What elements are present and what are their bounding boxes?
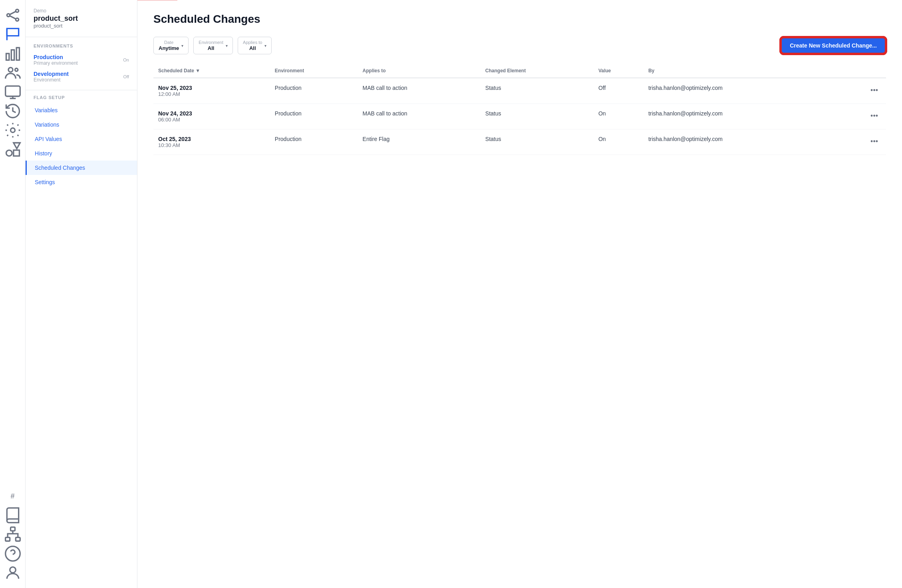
page-title: Scheduled Changes	[153, 13, 886, 26]
nav-icon-history[interactable]	[4, 102, 22, 120]
applies-to-filter[interactable]: Applies to All ▾	[238, 37, 272, 54]
svg-line-3	[10, 12, 16, 14]
date-filter[interactable]: Date Anytime ▾	[153, 37, 189, 54]
svg-rect-19	[5, 537, 10, 541]
cell-environment-2: Production	[270, 129, 358, 155]
svg-line-4	[10, 16, 16, 19]
nav-icon-monitor[interactable]	[4, 83, 22, 101]
flag-setup-label: Flag Setup	[26, 95, 137, 103]
svg-rect-18	[10, 527, 15, 531]
cell-by-2: trisha.hanlon@optimizely.com	[644, 129, 833, 155]
cell-value-0: Off	[594, 78, 644, 104]
cell-date-1: Nov 24, 2023 06:00 AM	[153, 104, 270, 129]
cell-date-2: Oct 25, 2023 10:30 AM	[153, 129, 270, 155]
svg-marker-16	[13, 143, 20, 149]
svg-rect-11	[5, 86, 20, 96]
nav-icon-book[interactable]	[4, 507, 22, 524]
date-filter-label: Date	[159, 40, 179, 45]
row-actions-button-1[interactable]: •••	[867, 110, 881, 122]
sidebar-env-development[interactable]: Development Environment Off	[26, 68, 137, 85]
nav-icon-shapes[interactable]	[4, 141, 22, 158]
cell-changed-element-0: Status	[481, 78, 594, 104]
nav-icon-hash[interactable]: #	[4, 487, 22, 505]
environment-filter-label: Environment	[199, 40, 223, 45]
env-development-name: Development	[34, 71, 69, 77]
applies-to-filter-label: Applies to	[243, 40, 262, 45]
sidebar-item-variables[interactable]: Variables	[26, 103, 137, 117]
sidebar-item-history[interactable]: History	[26, 146, 137, 161]
sidebar-item-scheduled-changes[interactable]: Scheduled Changes	[26, 161, 137, 175]
env-production-name: Production	[34, 54, 78, 60]
cell-by-1: trisha.hanlon@optimizely.com	[644, 104, 833, 129]
create-scheduled-change-button[interactable]: Create New Scheduled Change...	[781, 37, 886, 54]
nav-icon-chart[interactable]	[4, 45, 22, 62]
env-production-badge: On	[123, 58, 129, 62]
nav-icon-org[interactable]	[4, 526, 22, 543]
main-content: Scheduled Changes Date Anytime ▾ Environ…	[137, 0, 902, 588]
sidebar: Demo product_sort product_sort Environme…	[26, 0, 137, 588]
svg-rect-20	[16, 537, 20, 541]
applies-to-chevron-icon: ▾	[264, 44, 266, 48]
nav-icon-graph[interactable]	[4, 6, 22, 24]
sidebar-env-production[interactable]: Production Primary environment On	[26, 52, 137, 68]
env-development-badge: Off	[123, 74, 129, 79]
svg-point-14	[10, 128, 15, 133]
col-value: Value	[594, 64, 644, 78]
svg-point-2	[16, 18, 18, 21]
cell-actions-0: •••	[833, 78, 886, 104]
date-filter-value: Anytime	[159, 45, 179, 51]
filter-bar: Date Anytime ▾ Environment All ▾ Applies…	[153, 37, 886, 54]
nav-icon-help[interactable]	[4, 545, 22, 562]
cell-by-0: trisha.hanlon@optimizely.com	[644, 78, 833, 104]
cell-applies-to-2: Entire Flag	[358, 129, 481, 155]
col-scheduled-date[interactable]: Scheduled Date ▼	[153, 64, 270, 78]
project-info: Demo product_sort product_sort	[26, 8, 137, 37]
cell-value-2: On	[594, 129, 644, 155]
svg-point-0	[7, 14, 10, 16]
svg-point-21	[5, 546, 20, 561]
cell-changed-element-1: Status	[481, 104, 594, 129]
project-sub: product_sort	[34, 23, 129, 29]
col-changed-element: Changed Element	[481, 64, 594, 78]
date-chevron-icon: ▾	[181, 44, 183, 48]
svg-point-1	[16, 9, 18, 12]
cell-applies-to-0: MAB call to action	[358, 78, 481, 104]
cell-date-0: Nov 25, 2023 12:00 AM	[153, 78, 270, 104]
col-environment: Environment	[270, 64, 358, 78]
environment-filter[interactable]: Environment All ▾	[193, 37, 233, 54]
sidebar-item-variations[interactable]: Variations	[26, 117, 137, 132]
nav-icon-users[interactable]	[4, 64, 22, 81]
sidebar-item-settings[interactable]: Settings	[26, 175, 137, 189]
arrow-annotation	[137, 0, 185, 11]
cell-applies-to-1: MAB call to action	[358, 104, 481, 129]
cell-actions-1: •••	[833, 104, 886, 129]
cell-actions-2: •••	[833, 129, 886, 155]
svg-point-10	[15, 68, 18, 71]
cell-value-1: On	[594, 104, 644, 129]
svg-rect-6	[6, 54, 9, 60]
env-production-sub: Primary environment	[34, 60, 78, 66]
svg-rect-7	[11, 50, 14, 60]
row-actions-button-0[interactable]: •••	[867, 85, 881, 96]
col-actions	[833, 64, 886, 78]
table-row: Oct 25, 2023 10:30 AM Production Entire …	[153, 129, 886, 155]
cell-environment-0: Production	[270, 78, 358, 104]
cell-changed-element-2: Status	[481, 129, 594, 155]
environment-chevron-icon: ▾	[226, 44, 228, 48]
nav-icon-flag[interactable]	[4, 26, 22, 43]
svg-point-15	[6, 150, 12, 156]
svg-rect-8	[16, 48, 19, 60]
env-development-sub: Environment	[34, 77, 69, 83]
col-applies-to: Applies to	[358, 64, 481, 78]
table-row: Nov 25, 2023 12:00 AM Production MAB cal…	[153, 78, 886, 104]
nav-icon-settings[interactable]	[4, 121, 22, 139]
svg-point-23	[10, 567, 16, 573]
icon-nav: #	[0, 0, 26, 588]
cell-environment-1: Production	[270, 104, 358, 129]
environment-filter-value: All	[199, 45, 223, 51]
svg-point-9	[8, 68, 13, 72]
project-name: product_sort	[34, 14, 129, 23]
sidebar-item-api-values[interactable]: API Values	[26, 132, 137, 146]
row-actions-button-2[interactable]: •••	[867, 136, 881, 147]
nav-icon-avatar[interactable]	[4, 564, 22, 582]
